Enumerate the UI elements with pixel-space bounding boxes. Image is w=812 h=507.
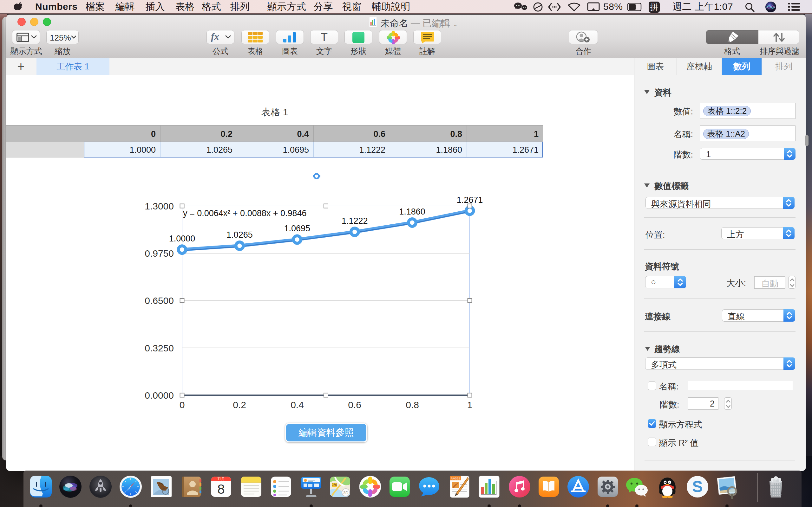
- svg-text:0.6500: 0.6500: [145, 295, 174, 306]
- svg-text:0.4: 0.4: [291, 400, 304, 410]
- svg-text:8: 8: [217, 482, 224, 497]
- svg-text:1.0695: 1.0695: [284, 224, 310, 233]
- svg-text:0: 0: [180, 400, 185, 410]
- svg-text:1.3000: 1.3000: [145, 201, 174, 211]
- svg-text:PAGES: PAGES: [451, 477, 460, 480]
- svg-text:1.1860: 1.1860: [399, 207, 425, 216]
- svg-text:0.2: 0.2: [233, 400, 246, 410]
- svg-text:1.0265: 1.0265: [226, 230, 253, 239]
- svg-text:1: 1: [467, 400, 473, 410]
- svg-text:1.2671: 1.2671: [457, 195, 483, 205]
- svg-text:11月: 11月: [217, 476, 225, 481]
- svg-text:0.3250: 0.3250: [145, 343, 174, 353]
- svg-text:0.9750: 0.9750: [145, 248, 174, 259]
- svg-text:1.0000: 1.0000: [169, 234, 195, 243]
- svg-text:3D: 3D: [343, 491, 349, 495]
- svg-text:1.1222: 1.1222: [342, 216, 368, 226]
- svg-text:0.8: 0.8: [406, 400, 419, 410]
- svg-text:S: S: [692, 478, 703, 496]
- svg-text:0.6: 0.6: [348, 400, 361, 410]
- svg-text:280: 280: [332, 483, 337, 487]
- svg-text:0.0000: 0.0000: [145, 390, 174, 400]
- svg-text:y = 0.0064x² + 0.0088x + 0.984: y = 0.0064x² + 0.0088x + 0.9846: [183, 209, 307, 218]
